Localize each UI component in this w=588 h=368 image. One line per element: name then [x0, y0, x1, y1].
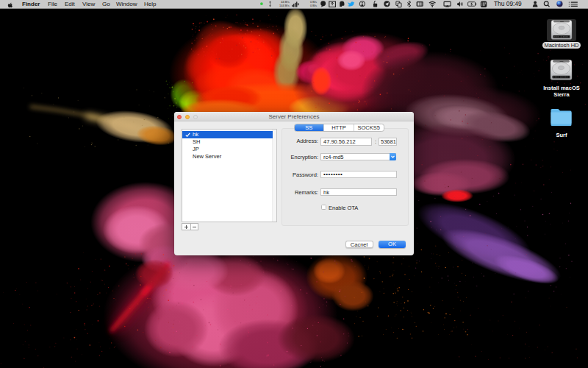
svg-text:0 B/s: 0 B/s — [310, 4, 317, 7]
svg-text:144 B/s: 144 B/s — [279, 4, 290, 7]
